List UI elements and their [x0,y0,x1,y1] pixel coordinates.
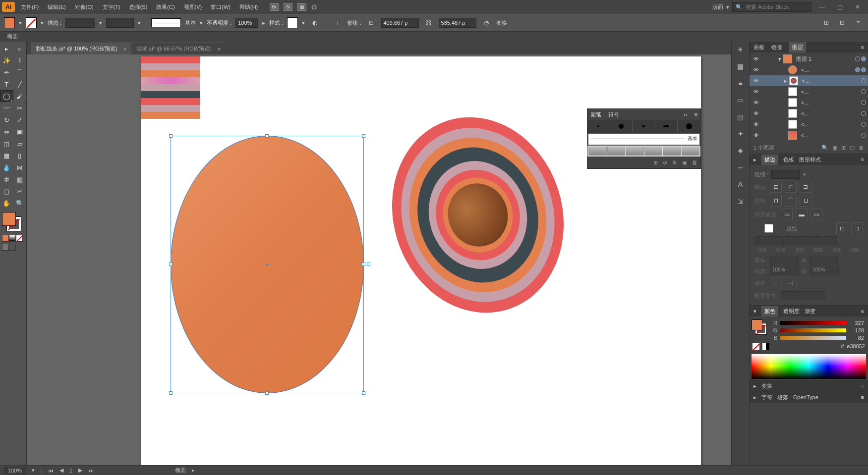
layer-name[interactable]: <... [799,100,859,106]
cap-butt-icon[interactable]: ⊏ [770,181,782,193]
clip-mask-icon[interactable]: ▣ [832,145,837,151]
r-slider[interactable] [780,321,846,325]
link-icon[interactable]: ⛓ [423,17,435,29]
artboard-prev-first[interactable]: ⏮ [48,468,54,474]
symbol-sprayer-tool[interactable]: ✲ [0,173,13,185]
color-tab[interactable]: 颜色 [761,306,778,317]
curvature-tool[interactable]: ⌒ [13,66,27,78]
artboard-tool[interactable]: ▢ [0,185,13,197]
slice-tool[interactable]: ✂ [13,185,27,197]
brush-thumb[interactable] [644,147,663,156]
align-inside-icon[interactable]: ▬ [796,209,808,220]
menu-file[interactable]: 文件(F) [19,2,41,12]
dash-field[interactable] [754,236,767,245]
free-transform-tool[interactable]: ▣ [13,126,27,138]
arrow-scale-2[interactable]: 100% [810,266,839,275]
layer-name[interactable]: 图层 1 [794,55,853,63]
close-tab-icon[interactable]: × [123,46,126,52]
visibility-icon[interactable]: 👁 [752,67,760,73]
canvas[interactable]: 画笔 符号 ›› ≡ 基本 [27,54,731,465]
visibility-icon[interactable]: 👁 [752,100,760,106]
selection-tool[interactable]: ▸ [0,43,13,54]
arrow-align-1[interactable]: ⊢ [770,277,782,289]
bridge-icon[interactable]: Br [270,3,279,11]
menu-help[interactable]: 帮助(H) [237,2,260,12]
join-round-icon[interactable]: ⌒ [785,195,797,207]
menu-type[interactable]: 文字(T) [101,2,122,12]
b-value[interactable]: 82 [849,335,864,341]
sublayer[interactable]: 👁<... [750,86,868,97]
align-icon[interactable]: ⫞ [331,17,343,29]
minimize-button[interactable]: — [814,2,829,12]
align-dock-icon[interactable]: ↔ [736,162,746,172]
perspective-tool[interactable]: ▱ [13,138,27,150]
arrange-icon[interactable]: ▦ [297,3,306,11]
new-brush-icon[interactable]: ▣ [682,159,687,166]
swatches-icon[interactable]: ▤ [736,112,746,122]
none-color-icon[interactable] [16,235,23,242]
new-layer-icon[interactable]: ▢ [850,145,855,151]
hand-tool[interactable]: ✋ [0,197,13,209]
arrow-align-2[interactable]: ⊣ [785,277,797,289]
paragraph-tab[interactable]: 段落 [777,394,788,401]
artboards-icon[interactable]: ▭ [736,95,746,105]
brush-dot-3[interactable] [633,120,655,133]
align-outside-icon[interactable]: ▭ [810,209,822,220]
maximize-button[interactable]: ▢ [832,2,847,12]
fill-stroke-indicator[interactable] [2,212,21,231]
magic-wand-tool[interactable]: ✨ [0,54,13,66]
new-sublayer-icon[interactable]: ⊞ [841,145,846,151]
panel-collapse-icon[interactable]: ›› [684,111,687,117]
screen-mode-icon-2[interactable] [9,244,16,251]
zoom-dd-icon[interactable]: ▾ [32,467,35,474]
r-value[interactable]: 227 [849,320,864,326]
resize-handle[interactable] [169,134,173,138]
stroke-weight-stepper[interactable]: ▾ [99,20,102,26]
g-slider[interactable] [780,328,846,332]
gap-field[interactable] [824,236,837,245]
document-tab-2[interactable]: 尝试.ai* @ 66.67% (RGB/预览)× [131,43,226,54]
menu-edit[interactable]: 编辑(E) [46,2,68,12]
width-tool[interactable]: ⇔ [0,126,13,138]
character-tab[interactable]: 字符 [761,394,772,401]
options-icon[interactable]: ⚙ [672,159,677,166]
brush-dot-5[interactable] [678,120,700,133]
solid-color-icon[interactable] [2,235,9,242]
close-button[interactable]: ✕ [850,2,865,12]
artboard-next-last[interactable]: ⏭ [88,468,94,474]
direct-selection-tool[interactable]: ▹ [13,43,27,54]
transform-label[interactable]: 变换 [496,19,507,27]
align-center-icon[interactable]: ▭ [781,209,793,220]
target-icon[interactable] [861,100,866,105]
document-tab-1[interactable]: 彩虹线条.ai* @ 100% (RGB/预览)× [31,43,131,54]
none-swatch[interactable] [752,343,759,350]
locate-icon[interactable]: 🔍 [821,145,828,151]
brush-thumb[interactable] [626,147,644,156]
delete-brush-icon[interactable]: 🗑 [692,159,697,165]
visibility-icon[interactable]: 👁 [752,121,760,127]
fill-swatch[interactable] [4,17,15,28]
zoom-tool[interactable]: 🔍 [13,197,27,209]
stroke-swatch[interactable] [26,17,37,28]
menu-select[interactable]: 选择(S) [127,2,150,12]
shaper-tool[interactable]: 〰 [0,102,13,114]
dash-align-1-icon[interactable]: ⊏ [836,222,848,234]
export-icon[interactable]: ⇲ [736,196,746,206]
brushes-tab[interactable]: 画笔 [590,111,601,118]
color-fill-stroke[interactable] [752,319,766,334]
target-icon[interactable] [861,78,866,83]
layer-name[interactable]: <... [799,89,859,95]
dash-checkbox[interactable] [754,224,783,233]
style-dd-icon[interactable]: ▾ [302,20,305,26]
layer-name[interactable]: <... [799,121,859,127]
stroke-profile-select[interactable] [106,18,134,28]
b-slider[interactable] [780,336,846,340]
symbols-icon[interactable]: ♣ [736,146,746,156]
visibility-icon[interactable]: 👁 [752,89,760,95]
workspace-dropdown-icon[interactable]: ▾ [726,4,729,10]
swatches-tab[interactable]: 色板 [783,156,794,163]
brushes-dock-icon[interactable]: ✦ [736,129,746,139]
target-icon[interactable] [861,122,866,127]
symbols-tab[interactable]: 符号 [608,111,619,118]
layer-root[interactable]: 👁 ▾ 图层 1 [750,53,868,64]
